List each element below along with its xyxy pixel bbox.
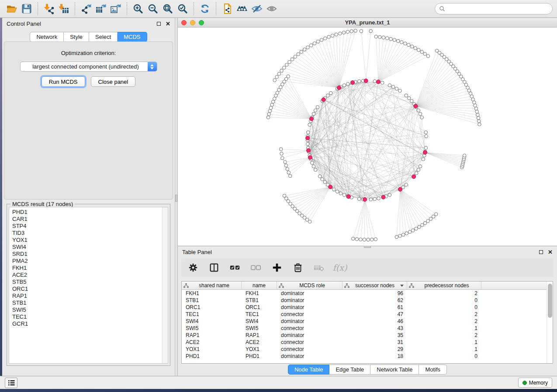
table-row[interactable]: SWI5SWI5connector431 [182,325,547,332]
ring-node[interactable] [308,123,311,127]
leaf-node[interactable] [396,39,400,43]
leaf-node[interactable] [477,120,481,123]
leaf-node[interactable] [355,237,359,241]
search-network-icon[interactable] [235,2,249,16]
dominator-node[interactable] [307,148,311,152]
save-icon[interactable] [19,2,34,16]
leaf-node[interactable] [401,233,405,237]
ring-node[interactable] [314,109,317,112]
ring-node[interactable] [410,100,413,103]
ring-node[interactable] [417,109,420,112]
ring-node[interactable] [373,197,377,201]
table-row[interactable]: ACE2ACE2connector311 [182,339,547,346]
network-graph[interactable] [178,28,557,246]
leaf-node[interactable] [331,34,334,38]
leaf-node[interactable] [378,35,381,39]
ring-node[interactable] [419,165,422,168]
leaf-node[interactable] [316,40,320,43]
leaf-node[interactable] [418,225,421,229]
ring-node[interactable] [357,79,361,83]
search-box[interactable] [435,3,553,14]
export-table-icon[interactable] [93,2,108,16]
ring-node[interactable] [420,116,424,119]
leaf-node[interactable] [288,60,291,64]
leaf-node[interactable] [286,168,289,171]
tab-network-table[interactable]: Network Table [370,364,419,375]
table-row[interactable]: RAP1RAP1dominator352 [182,332,547,339]
list-item[interactable]: STB5 [12,279,162,285]
tab-network[interactable]: Network [30,32,64,42]
dominator-node[interactable] [414,104,418,108]
leaf-node[interactable] [339,32,342,35]
leaf-node[interactable] [269,106,273,110]
dominator-node[interactable] [322,98,325,102]
leaf-node[interactable] [432,215,435,218]
leaf-node[interactable] [405,232,408,235]
column-header-shared-name[interactable]: shared name [182,282,242,289]
leaf-node[interactable] [268,109,272,113]
dominator-node[interactable] [381,195,385,199]
list-item[interactable]: STP4 [12,223,162,230]
leaf-node[interactable] [360,30,363,33]
leaf-node[interactable] [291,58,294,61]
leaf-node[interactable] [350,30,353,33]
tab-mcds[interactable]: MCDS [118,32,147,42]
leaf-node[interactable] [434,213,438,216]
ring-node[interactable] [422,158,425,161]
select-all-icon[interactable] [229,262,241,273]
leaf-node[interactable] [382,36,385,39]
tab-style[interactable]: Style [64,32,89,42]
ring-node[interactable] [391,85,395,89]
network-titlebar[interactable]: YPA_prune.txt_1 [178,18,557,28]
ring-node[interactable] [407,96,411,100]
ring-node[interactable] [388,84,391,87]
show-all-icon[interactable] [264,2,279,16]
share-document-icon[interactable] [220,2,235,16]
table-row[interactable]: PHD1PHD1dominator180 [182,353,547,360]
leaf-node[interactable] [426,219,430,223]
list-item[interactable]: ORC1 [12,285,162,292]
tab-node-table[interactable]: Node Table [288,364,330,375]
zoom-in-icon[interactable] [131,2,145,16]
leaf-node[interactable] [272,100,275,103]
leaf-node[interactable] [478,123,481,126]
ring-node[interactable] [405,183,408,186]
list-item[interactable]: ACE2 [12,272,162,279]
ring-node[interactable] [343,193,346,197]
ring-node[interactable] [373,79,377,83]
dominator-node[interactable] [329,185,332,189]
leaf-node[interactable] [309,44,313,47]
leaf-node[interactable] [280,69,284,72]
leaf-node[interactable] [323,37,327,40]
leaf-node[interactable] [327,35,331,39]
columns-icon[interactable] [208,262,220,273]
leaf-node[interactable] [385,37,389,40]
ring-node[interactable] [381,81,384,85]
table-row[interactable]: TEC1TEC1connector472 [182,311,547,318]
leaf-node[interactable] [287,171,291,174]
leaf-node[interactable] [354,29,357,33]
leaf-node[interactable] [423,221,427,225]
ring-node[interactable] [321,178,324,181]
dominator-node[interactable] [412,175,416,179]
export-image-icon[interactable] [108,2,123,16]
ring-node[interactable] [357,197,361,201]
leaf-node[interactable] [395,235,398,239]
ring-node[interactable] [417,168,420,172]
table-row[interactable]: YOX1YOX1connector291 [182,346,547,353]
memory-button[interactable]: Memory [518,378,552,388]
import-table-icon[interactable] [56,2,71,16]
delete-icon[interactable] [292,262,304,273]
ring-node[interactable] [424,131,428,134]
leaf-node[interactable] [417,48,420,52]
leaf-node[interactable] [435,49,439,52]
leaf-node[interactable] [400,41,404,44]
list-item[interactable]: FKH1 [12,265,162,272]
leaf-node[interactable] [398,234,402,238]
search-input[interactable] [445,6,548,12]
table-scrollbar[interactable] [547,282,553,363]
leaf-node[interactable] [374,35,378,38]
list-item[interactable]: SRD1 [12,251,162,258]
add-icon[interactable] [271,262,283,273]
ring-node[interactable] [339,192,343,195]
